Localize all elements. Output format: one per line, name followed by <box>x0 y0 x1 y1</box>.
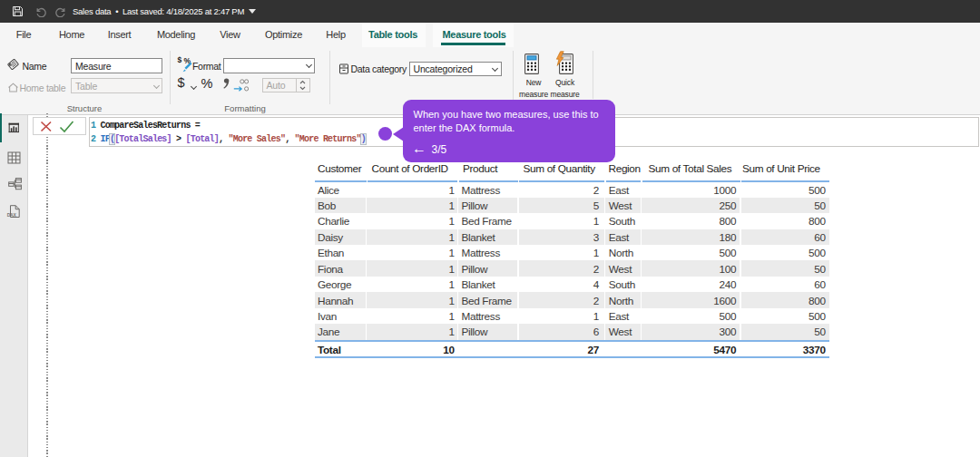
svg-text:DAX: DAX <box>7 212 17 218</box>
